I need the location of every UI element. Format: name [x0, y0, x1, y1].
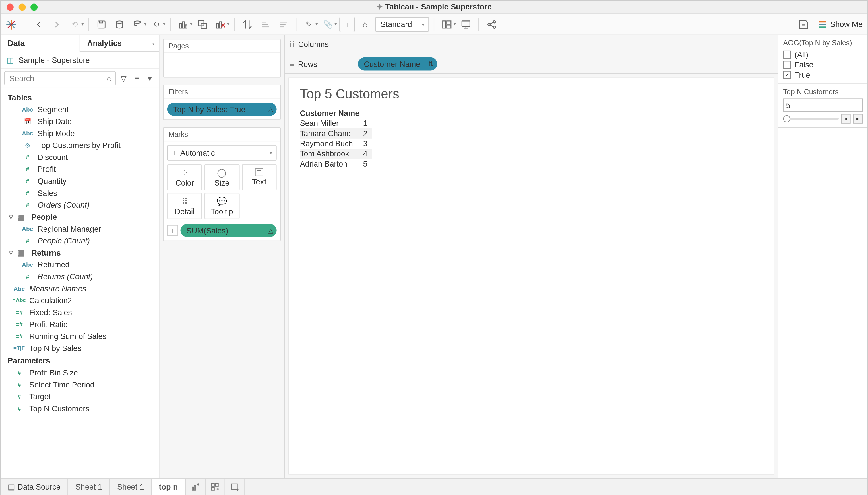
- back-button[interactable]: [31, 16, 47, 32]
- param-profit-bin-size[interactable]: #Profit Bin Size: [1, 366, 159, 379]
- view-list-icon[interactable]: ≡: [131, 74, 142, 83]
- field-returned[interactable]: AbcReturned: [1, 258, 159, 270]
- svg-rect-12: [217, 23, 218, 28]
- zoom-window-button[interactable]: [30, 3, 38, 10]
- data-guide-button[interactable]: [796, 16, 811, 32]
- sheet-tab-1[interactable]: Sheet 1: [68, 479, 110, 495]
- slider-next-button[interactable]: ▸: [853, 114, 863, 124]
- field-segment[interactable]: AbcSegment: [1, 103, 159, 115]
- parameter-input[interactable]: [783, 98, 863, 112]
- field-orders-count[interactable]: #Orders (Count): [1, 199, 159, 211]
- columns-shelf[interactable]: ⅲColumns: [285, 35, 778, 54]
- people-table-group[interactable]: ▽▦ People: [1, 211, 159, 223]
- field-profit[interactable]: #Profit: [1, 163, 159, 175]
- presentation-mode-button[interactable]: [458, 16, 474, 32]
- rows-pill-customer-name[interactable]: Customer Name⇅: [358, 57, 437, 71]
- filter-icon[interactable]: ▽: [118, 74, 129, 83]
- svg-rect-43: [215, 483, 218, 486]
- save-button[interactable]: [94, 16, 109, 32]
- data-tab[interactable]: Data: [1, 35, 80, 51]
- field-top-customers-by-profit[interactable]: ⊙Top Customers by Profit: [1, 139, 159, 151]
- text-button[interactable]: TText: [242, 164, 276, 190]
- sheet-tabs-bar: ▤Data Source Sheet 1 Sheet 1 top n: [1, 478, 867, 495]
- field-measure-names[interactable]: AbcMeasure Names: [1, 282, 159, 294]
- mark-pill-sum-sales[interactable]: SUM(Sales)△: [181, 224, 277, 237]
- show-me-button[interactable]: Show Me: [817, 19, 863, 30]
- field-people-count[interactable]: #People (Count): [1, 235, 159, 246]
- sort-desc-button[interactable]: [275, 16, 291, 32]
- field-search-input[interactable]: [4, 71, 116, 85]
- field-ship-mode[interactable]: AbcShip Mode: [1, 127, 159, 139]
- field-regional-manager[interactable]: AbcRegional Manager: [1, 223, 159, 235]
- forward-button[interactable]: [49, 16, 65, 32]
- checkbox-false[interactable]: False: [783, 59, 863, 70]
- new-data-source-button[interactable]: [112, 16, 127, 32]
- duplicate-sheet-button[interactable]: [195, 16, 210, 32]
- data-source-tab[interactable]: ▤Data Source: [1, 479, 68, 495]
- share-button[interactable]: [484, 16, 499, 32]
- viz-title[interactable]: Top 5 Customers: [300, 87, 763, 102]
- labels-button[interactable]: T: [339, 16, 355, 32]
- minimize-window-button[interactable]: [19, 3, 26, 10]
- checkbox-all[interactable]: (All): [783, 50, 863, 59]
- field-discount[interactable]: #Discount: [1, 151, 159, 163]
- param-top-n-customers[interactable]: #Top N Customers: [1, 403, 159, 414]
- field-fixed-sales[interactable]: =#Fixed: Sales: [1, 306, 159, 318]
- rows-shelf[interactable]: ≡Rows Customer Name⇅: [285, 54, 778, 73]
- pages-card[interactable]: Pages: [163, 39, 281, 78]
- refresh-button[interactable]: ↻: [149, 16, 164, 32]
- fit-select[interactable]: Standard: [375, 17, 429, 31]
- field-returns-count[interactable]: #Returns (Count): [1, 270, 159, 283]
- parameter-card-top-n[interactable]: Top N Customers ◂ ▸: [779, 84, 867, 127]
- agg-filter-card[interactable]: AGG(Top N by Sales) (All) False ✓True: [779, 35, 867, 84]
- sort-asc-button[interactable]: [258, 16, 273, 32]
- filter-pill-top-n[interactable]: Top N by Sales: True△: [167, 103, 277, 116]
- svg-rect-23: [447, 21, 451, 24]
- color-button[interactable]: ⁘Color: [167, 164, 202, 190]
- slider-prev-button[interactable]: ◂: [841, 114, 851, 124]
- auto-update-button[interactable]: [130, 16, 145, 32]
- field-running-sum[interactable]: =#Running Sum of Sales: [1, 330, 159, 342]
- field-profit-ratio[interactable]: =#Profit Ratio: [1, 318, 159, 330]
- right-cards-column: AGG(Top N by Sales) (All) False ✓True To…: [778, 35, 867, 478]
- group-button[interactable]: 📎: [320, 16, 336, 32]
- new-worksheet-tab-button[interactable]: [186, 479, 206, 495]
- pin-button[interactable]: ☆: [357, 16, 373, 32]
- swap-button[interactable]: [240, 16, 255, 32]
- new-worksheet-button[interactable]: [176, 16, 191, 32]
- mark-type-select[interactable]: TAutomatic: [167, 145, 277, 160]
- svg-rect-24: [447, 25, 451, 28]
- viz-column-header: Customer Name: [300, 108, 372, 118]
- field-sales[interactable]: #Sales: [1, 187, 159, 199]
- checkbox-true[interactable]: ✓True: [783, 70, 863, 80]
- filters-card[interactable]: Filters Top N by Sales: True△: [163, 85, 281, 120]
- detail-button[interactable]: ⠿Detail: [167, 193, 202, 219]
- viz-canvas[interactable]: Top 5 Customers Customer Name Sean Mille…: [289, 78, 774, 475]
- new-dashboard-tab-button[interactable]: [205, 479, 225, 495]
- show-cards-button[interactable]: [439, 16, 455, 32]
- param-target[interactable]: #Target: [1, 390, 159, 403]
- field-ship-date[interactable]: 📅Ship Date: [1, 115, 159, 127]
- analytics-tab[interactable]: Analytics‹: [80, 35, 159, 51]
- sheet-tab-top-n[interactable]: top n: [151, 479, 185, 495]
- undo-button[interactable]: ⟲: [67, 16, 82, 32]
- field-quantity[interactable]: #Quantity: [1, 175, 159, 187]
- close-window-button[interactable]: [6, 3, 14, 10]
- field-calculation2[interactable]: =AbcCalculation2: [1, 294, 159, 306]
- datasource-row[interactable]: ◫ Sample - Superstore: [1, 52, 159, 69]
- param-select-time-period[interactable]: #Select Time Period: [1, 378, 159, 390]
- size-button[interactable]: ◯Size: [204, 164, 239, 190]
- new-story-tab-button[interactable]: [225, 479, 245, 495]
- sheet-tab-2[interactable]: Sheet 1: [110, 479, 151, 495]
- field-menu-icon[interactable]: ▾: [145, 74, 155, 83]
- marks-card[interactable]: Marks TAutomatic ⁘Color ◯Size TText ⠿Det…: [163, 127, 281, 241]
- parameter-slider[interactable]: [783, 118, 839, 120]
- window-titlebar: ✦Tableau - Sample Superstore: [1, 1, 867, 14]
- svg-rect-38: [194, 485, 195, 490]
- show-me-icon: [817, 19, 828, 30]
- returns-table-group[interactable]: ▽▦ Returns: [1, 246, 159, 259]
- clear-sheet-button[interactable]: [213, 16, 228, 32]
- field-top-n-by-sales[interactable]: =T|FTop N by Sales: [1, 342, 159, 354]
- tooltip-button[interactable]: 💬Tooltip: [204, 193, 239, 219]
- highlight-button[interactable]: ✎: [301, 16, 316, 32]
